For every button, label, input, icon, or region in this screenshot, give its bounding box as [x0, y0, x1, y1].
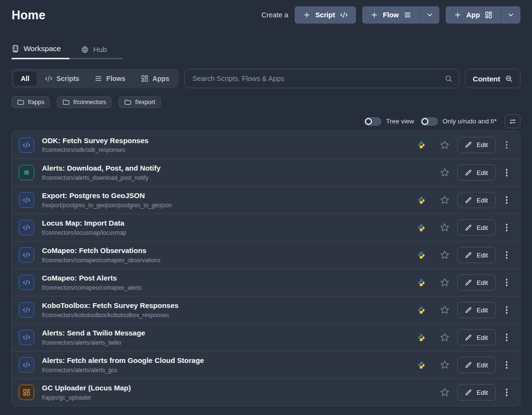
filter-row: All Scripts Flows Apps Content [12, 69, 520, 88]
edit-button-label: Edit [477, 141, 488, 148]
item-path: f/connectors/alerts/alerts_twilio [42, 339, 145, 346]
edit-button[interactable]: Edit [457, 302, 495, 318]
more-options-button[interactable] [502, 221, 512, 234]
more-options-button[interactable] [502, 249, 512, 261]
folder-chip-label: f/connectors [73, 99, 106, 106]
edit-button-label: Edit [477, 334, 488, 341]
favorite-star-button[interactable] [440, 388, 450, 397]
script-code-icon [19, 302, 34, 318]
favorite-star-button[interactable] [440, 360, 450, 370]
only-user-label: Only u/rudo and f/* [442, 118, 497, 125]
edit-button[interactable]: Edit [457, 164, 495, 181]
flow-lines-icon [19, 165, 34, 180]
favorite-star-button[interactable] [440, 223, 450, 232]
edit-button[interactable]: Edit [457, 274, 495, 291]
star-icon [440, 223, 450, 232]
item-path: f/export/postgres_to_geojson/postgres_to… [42, 202, 172, 209]
type-filter-tabs: All Scripts Flows Apps [12, 69, 178, 88]
more-options-button[interactable] [502, 359, 512, 371]
list-item[interactable]: CoMapeo: Fetch Observations f/connectors… [12, 241, 520, 268]
list-item[interactable]: Alerts: Fetch alerts from Google Cloud S… [12, 351, 520, 378]
create-app-dropdown-button[interactable] [501, 6, 520, 24]
app-grid-icon [19, 385, 34, 400]
star-icon [440, 305, 450, 315]
folder-chip-apps[interactable]: f/apps [12, 96, 50, 108]
favorite-star-button[interactable] [440, 333, 450, 342]
item-title: KoboToolbox: Fetch Survey Responses [42, 301, 178, 310]
list-item[interactable]: GC Uploader (Locus Map) f/apps/gc_upload… [12, 378, 520, 406]
folder-chip-export[interactable]: f/export [119, 96, 161, 108]
type-tab-apps-label: Apps [152, 75, 169, 82]
edit-button[interactable]: Edit [457, 384, 495, 401]
folder-chip-connectors[interactable]: f/connectors [57, 96, 111, 108]
view-options-row: Tree view Only u/rudo and f/* [12, 114, 520, 128]
tab-workspace[interactable]: Workspace [12, 44, 69, 59]
item-title: CoMapeo: Post Alerts [42, 274, 142, 283]
chevron-down-icon [426, 11, 434, 19]
pencil-icon [465, 389, 472, 396]
type-tab-all-label: All [21, 75, 29, 82]
edit-button[interactable]: Edit [457, 247, 495, 263]
list-item[interactable]: Locus Map: Import Data f/connectors/locu… [12, 214, 520, 241]
tab-workspace-label: Workspace [24, 44, 61, 53]
list-item[interactable]: Alerts: Download, Post, and Notify f/con… [12, 159, 520, 186]
favorite-star-button[interactable] [440, 250, 450, 260]
more-options-button[interactable] [502, 139, 512, 151]
type-tab-all[interactable]: All [14, 71, 37, 86]
edit-button[interactable]: Edit [457, 329, 495, 346]
only-user-toggle[interactable] [421, 117, 438, 126]
search-icon [445, 75, 452, 82]
type-tab-flows[interactable]: Flows [87, 71, 133, 86]
only-user-toggle-group: Only u/rudo and f/* [421, 117, 497, 126]
edit-button[interactable]: Edit [457, 219, 495, 236]
favorite-star-button[interactable] [440, 305, 450, 315]
content-search-button[interactable]: Content [465, 69, 520, 88]
type-tab-scripts[interactable]: Scripts [38, 71, 86, 86]
list-item[interactable]: Export: Postgres to GeoJSON f/export/pos… [12, 186, 520, 214]
star-icon [440, 250, 450, 260]
star-icon [440, 360, 450, 370]
search-input[interactable] [192, 75, 441, 82]
create-script-button[interactable]: Script [295, 6, 356, 24]
item-path: f/connectors/odk/odk_responses [42, 147, 149, 153]
create-flow-button[interactable]: Flow [362, 6, 420, 24]
tab-hub-label: Hub [93, 45, 107, 54]
type-tab-apps[interactable]: Apps [134, 71, 177, 86]
more-options-button[interactable] [502, 194, 512, 206]
create-flow-dropdown-button[interactable] [420, 6, 439, 24]
item-path: f/connectors/comapeo/comapeo_observation… [42, 257, 160, 264]
edit-button[interactable]: Edit [457, 137, 495, 153]
more-options-button[interactable] [502, 166, 512, 179]
item-title: ODK: Fetch Survey Responses [42, 136, 149, 146]
list-item[interactable]: CoMapeo: Post Alerts f/connectors/comape… [12, 268, 520, 296]
item-path: f/apps/gc_uploader [42, 394, 131, 401]
tab-hub[interactable]: Hub [81, 44, 107, 59]
python-icon [417, 306, 425, 314]
more-options-button[interactable] [502, 331, 512, 344]
more-options-button[interactable] [502, 276, 512, 289]
favorite-star-button[interactable] [440, 278, 450, 287]
favorite-star-button[interactable] [440, 168, 450, 177]
edit-button-label: Edit [477, 307, 488, 314]
display-settings-button[interactable] [505, 114, 520, 128]
create-script-label: Script [315, 11, 335, 19]
more-options-button[interactable] [502, 304, 512, 316]
item-path: f/connectors/locusmap/locusmap [42, 229, 126, 236]
edit-button[interactable]: Edit [457, 357, 495, 373]
folder-icon [62, 98, 70, 106]
script-code-icon [19, 357, 34, 373]
list-item[interactable]: Alerts: Send a Twilio Message f/connecto… [12, 323, 520, 351]
more-options-button[interactable] [502, 386, 512, 399]
tree-view-toggle[interactable] [364, 117, 382, 126]
item-path: f/connectors/alerts_download_post_notify [42, 174, 161, 181]
globe-icon [81, 46, 89, 54]
favorite-star-button[interactable] [440, 140, 450, 150]
edit-button[interactable]: Edit [457, 192, 495, 208]
list-item[interactable]: ODK: Fetch Survey Responses f/connectors… [12, 131, 520, 159]
favorite-star-button[interactable] [440, 195, 450, 205]
list-item[interactable]: KoboToolbox: Fetch Survey Responses f/co… [12, 296, 520, 323]
plus-icon [370, 11, 378, 19]
items-list: ODK: Fetch Survey Responses f/connectors… [12, 131, 520, 406]
edit-button-label: Edit [477, 224, 488, 231]
create-app-button[interactable]: App [446, 6, 501, 24]
